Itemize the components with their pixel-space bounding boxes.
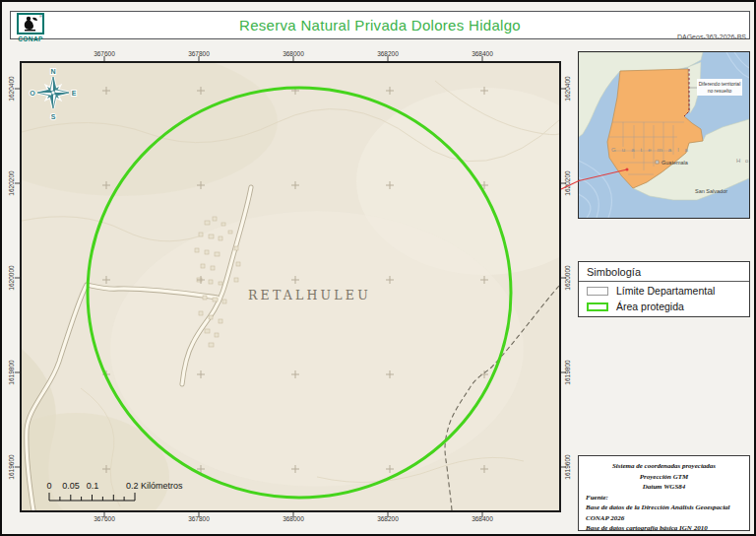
source-heading: Fuente: <box>586 493 742 503</box>
place-label: RETALHULEU <box>248 288 371 302</box>
x-axis-label-bottom: 367800 <box>177 515 220 522</box>
legend-box: Simbología Límite Departamental Área pro… <box>578 261 750 317</box>
compass-e-label: E <box>72 90 77 97</box>
y-axis-label-left: 1619600 <box>8 445 16 489</box>
map-info-box: Sistema de coordenadas proyectadas Proye… <box>578 455 750 531</box>
x-axis-label-top: 367600 <box>83 50 126 57</box>
page-title: Reserva Natural Privada Dolores Hidalgo <box>239 17 521 34</box>
departmental-limit-swatch <box>587 287 608 296</box>
projection-line: Proyección GTM <box>586 472 742 483</box>
guatemala-city-label: Guatemala <box>662 160 688 166</box>
compass-s-label: S <box>51 113 56 120</box>
legend-item-label: Límite Departamental <box>616 285 715 297</box>
map-canvas: RETALHULEU <box>22 63 559 510</box>
coordinate-system-line: Sistema de coordenadas proyectadas <box>586 461 742 472</box>
y-axis-label-right: 1620000 <box>564 256 572 300</box>
compass-o-label: O <box>30 90 35 97</box>
source-line-3: Base de datos cartografía básica IGN 201… <box>586 523 742 534</box>
y-axis-label-left: 1620000 <box>8 256 16 300</box>
capital-city-marker <box>656 161 659 164</box>
compass-n-label: N <box>50 68 55 75</box>
legend-item-protected: Área protegida <box>579 298 749 313</box>
legend-item-label: Área protegida <box>616 301 684 312</box>
guatemala-country-label: G u a t e m a l a <box>611 147 690 153</box>
scale-bar: 0 0.05 0.1 0.2 Kilómetros <box>45 481 222 508</box>
x-axis-label-top: 368200 <box>366 50 410 57</box>
honduras-partial-label: H o <box>736 158 750 164</box>
conap-logo-icon: ® <box>17 13 44 34</box>
y-axis-label-left: 1620200 <box>8 162 16 205</box>
y-axis-label-right: 1620200 <box>564 162 572 205</box>
scale-bar-ruler <box>45 493 163 504</box>
x-axis-label-top: 368000 <box>272 50 315 57</box>
y-axis-label-left: 1619800 <box>8 351 16 394</box>
x-axis-label-top: 367800 <box>177 50 220 57</box>
x-axis-label-bottom: 368400 <box>461 515 504 522</box>
scale-label-02-km: 0.2 Kilómetros <box>126 481 215 491</box>
conap-logo: ® CONAP <box>15 13 46 42</box>
x-axis-label-bottom: 368200 <box>366 515 410 522</box>
conap-logo-label: CONAP <box>15 35 46 42</box>
y-axis-label-right: 1619800 <box>564 351 572 394</box>
header-bar: Reserva Natural Privada Dolores Hidalgo <box>10 11 750 39</box>
inset-locator-map: G u a t e m a l a Guatemala San Salvador… <box>578 51 750 219</box>
y-axis-label-left: 1620400 <box>8 67 16 110</box>
registered-mark: ® <box>39 14 42 19</box>
source-line-2: CONAP 2026 <box>586 513 742 524</box>
document-code: DAGeos-363-2026-BS <box>677 34 746 40</box>
y-axis-label-right: 1620400 <box>564 67 572 110</box>
y-axis-label-right: 1619600 <box>564 445 572 489</box>
legend-item-departmental: Límite Departamental <box>579 282 749 298</box>
source-line-1: Base de datos de la Dirección Análisis G… <box>586 502 742 513</box>
x-axis-label-top: 368400 <box>461 50 504 57</box>
x-axis-label-bottom: 367600 <box>83 515 126 522</box>
main-map-frame: RETALHULEU N E S O <box>20 61 561 512</box>
x-axis-label-bottom: 368000 <box>272 515 315 522</box>
compass-rose: N E S O <box>28 65 79 124</box>
datum-line: Datum WGS84 <box>586 482 742 493</box>
protected-area-swatch <box>587 302 608 311</box>
san-salvador-label: San Salvador <box>695 188 727 194</box>
reserve-location-dot <box>626 168 629 171</box>
legend-title: Simbología <box>579 262 749 282</box>
map-document-page: Reserva Natural Privada Dolores Hidalgo … <box>0 0 756 536</box>
scale-label-01: 0.1 <box>78 481 107 491</box>
territorial-dispute-note: Diferendo territorial no resuelto <box>697 79 742 96</box>
